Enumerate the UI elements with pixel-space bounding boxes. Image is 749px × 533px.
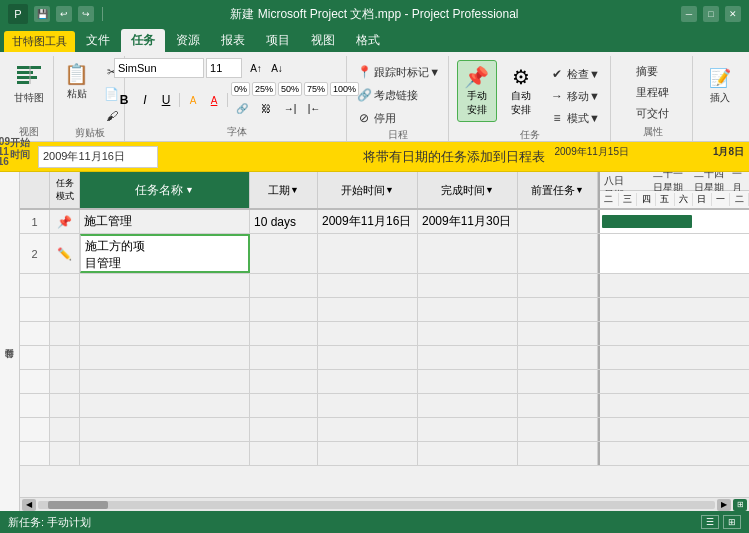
tab-resource[interactable]: 资源 bbox=[166, 29, 210, 52]
row-finish-2[interactable] bbox=[418, 234, 518, 273]
unlink-btn[interactable]: ⛓ bbox=[255, 98, 277, 118]
app-icon: P bbox=[8, 4, 28, 24]
notif-date-value: 2009年11月16日 bbox=[43, 149, 125, 164]
manual-icon: 📌 bbox=[464, 65, 489, 89]
scroll-thumb[interactable] bbox=[48, 501, 108, 509]
pct-50-btn[interactable]: 50% bbox=[278, 82, 302, 96]
title-bar-left: P 💾 ↩ ↪ bbox=[8, 4, 105, 24]
row-side-labels: 甘特图 bbox=[0, 172, 20, 511]
close-btn[interactable]: ✕ bbox=[725, 6, 741, 22]
font-name-input[interactable] bbox=[114, 58, 204, 78]
font-size-input[interactable] bbox=[206, 58, 242, 78]
tab-report[interactable]: 报表 bbox=[211, 29, 255, 52]
minimize-btn[interactable]: ─ bbox=[681, 6, 697, 22]
main-area: 甘特图 任务 模式 任务名称 ▼ 工期 ▼ 开始时间 ▼ 完成时间 ▼ bbox=[0, 172, 749, 511]
status-bar: 新任务: 手动计划 ☰ ⊞ bbox=[0, 511, 749, 533]
deactivate-btn[interactable]: ⊘ 停用 bbox=[352, 108, 400, 128]
insert-task-btn[interactable]: 📝 插入 bbox=[698, 62, 742, 106]
insert-task-label: 插入 bbox=[710, 92, 730, 104]
bg-color-btn[interactable]: A bbox=[183, 90, 203, 110]
manual-schedule-btn[interactable]: 📌 手动安排 bbox=[457, 60, 497, 122]
col-header-duration[interactable]: 工期 ▼ bbox=[250, 172, 318, 208]
row-icon-2: ✏️ bbox=[50, 234, 80, 273]
auto-label: 自动安排 bbox=[508, 89, 534, 117]
row-start-2[interactable] bbox=[318, 234, 418, 273]
font-group-label: 字体 bbox=[227, 125, 247, 141]
row-name-2[interactable]: 施工方的项目管理 bbox=[80, 234, 250, 273]
maximize-btn[interactable]: □ bbox=[703, 6, 719, 22]
duration-sort-arrow: ▼ bbox=[290, 185, 299, 195]
table-row: 2 ✏️ 施工方的项目管理 bbox=[20, 234, 749, 274]
row-pred-1[interactable] bbox=[518, 210, 598, 233]
consider-links-btn[interactable]: 🔗 考虑链接 bbox=[352, 85, 422, 105]
tab-format[interactable]: 格式 bbox=[346, 29, 390, 52]
increase-font-btn[interactable]: A↑ bbox=[246, 58, 266, 78]
col-header-start[interactable]: 开始时间 ▼ bbox=[318, 172, 418, 208]
auto-schedule-btn[interactable]: ⚙ 自动安排 bbox=[501, 60, 541, 122]
bold-btn[interactable]: B bbox=[114, 90, 134, 110]
scroll-right-btn[interactable]: ▶ bbox=[717, 499, 731, 511]
pct-0-btn[interactable]: 0% bbox=[231, 82, 250, 96]
save-icon[interactable]: 💾 bbox=[34, 6, 50, 22]
indent-btn[interactable]: →| bbox=[279, 98, 301, 118]
decrease-font-btn[interactable]: A↓ bbox=[267, 58, 287, 78]
undo-icon[interactable]: ↩ bbox=[56, 6, 72, 22]
row-pred-2[interactable] bbox=[518, 234, 598, 273]
track-mark-icon: 📍 bbox=[356, 64, 372, 80]
gantt-day-row: 1月8日 2009年11月15日 二 三 四 五 六 日 一 二 bbox=[600, 191, 749, 208]
mode-btn[interactable]: ≡ 模式▼ bbox=[545, 108, 604, 128]
row-start-1[interactable]: 2009年11月16日 bbox=[318, 210, 418, 233]
underline-btn[interactable]: U bbox=[156, 90, 176, 110]
col-header-finish[interactable]: 完成时间 ▼ bbox=[418, 172, 518, 208]
row-dur-2[interactable] bbox=[250, 234, 318, 273]
gantt-row-1 bbox=[598, 210, 749, 233]
expand-btn[interactable]: ⊞ bbox=[733, 499, 747, 511]
gantt-view-btn[interactable]: 甘特图 bbox=[9, 58, 49, 106]
scroll-track[interactable] bbox=[38, 501, 715, 509]
italic-btn[interactable]: I bbox=[135, 90, 155, 110]
row-finish-1[interactable]: 2009年11月30日 bbox=[418, 210, 518, 233]
gantt-icon bbox=[13, 60, 45, 92]
font-color-btn[interactable]: A bbox=[204, 90, 224, 110]
move-btn[interactable]: → 移动▼ bbox=[545, 86, 604, 106]
deliverable-btn[interactable]: 可交付 bbox=[632, 104, 673, 123]
paste-btn[interactable]: 📋 粘贴 bbox=[57, 58, 97, 102]
link-btn[interactable]: 🔗 bbox=[231, 98, 253, 118]
row-num-2: 2 bbox=[20, 234, 50, 273]
finish-sort-arrow: ▼ bbox=[485, 185, 494, 195]
pct-25-btn[interactable]: 25% bbox=[252, 82, 276, 96]
ribbon-tabs: 甘特图工具 文件 任务 资源 报表 项目 视图 格式 bbox=[0, 28, 749, 52]
tab-task[interactable]: 任务 bbox=[121, 29, 165, 52]
ribbon-group-schedule: 📍 跟踪时标记▼ 🔗 考虑链接 ⊘ 停用 日程 bbox=[349, 56, 449, 141]
manual-label: 手动安排 bbox=[464, 89, 490, 117]
view-btn-1[interactable]: ☰ bbox=[701, 515, 719, 529]
row-name-1[interactable]: 施工管理 bbox=[80, 210, 250, 233]
col-header-num bbox=[20, 172, 50, 208]
tab-file[interactable]: 文件 bbox=[76, 29, 120, 52]
row-icon-1: 📌 bbox=[50, 210, 80, 233]
horizontal-scrollbar[interactable]: ◀ ▶ ⊞ bbox=[20, 497, 749, 511]
redo-icon[interactable]: ↪ bbox=[78, 6, 94, 22]
col-header-name[interactable]: 任务名称 ▼ bbox=[80, 172, 250, 208]
milestone-btn[interactable]: 里程碑 bbox=[632, 83, 673, 102]
track-mark-btn[interactable]: 📍 跟踪时标记▼ bbox=[352, 62, 444, 82]
tab-view[interactable]: 视图 bbox=[301, 29, 345, 52]
gantt-header: 十一月十八日星期三 十一月二十一日星期六 十一月二十四日星期二 十一月二 1月8… bbox=[598, 172, 749, 208]
outdent-btn[interactable]: |← bbox=[303, 98, 325, 118]
notif-label-vertical: 开始时间 2009年11月16日 bbox=[10, 137, 30, 177]
tab-project[interactable]: 项目 bbox=[256, 29, 300, 52]
tab-gantt-tools[interactable]: 甘特图工具 bbox=[4, 31, 75, 52]
check-btn[interactable]: ✔ 检查▼ bbox=[545, 64, 604, 84]
gantt-btn-label: 甘特图 bbox=[14, 92, 44, 104]
scroll-left-btn[interactable]: ◀ bbox=[22, 499, 36, 511]
summary-btn[interactable]: 摘要 bbox=[632, 62, 662, 81]
table-row: 1 📌 施工管理 10 days 2009年11月16日 2009年11月30日 bbox=[20, 210, 749, 234]
col-header-pred[interactable]: 前置任务 ▼ bbox=[518, 172, 598, 208]
deactivate-icon: ⊘ bbox=[356, 110, 372, 126]
ribbon-group-view: 甘特图 视图 bbox=[4, 56, 54, 141]
pct-75-btn[interactable]: 75% bbox=[304, 82, 328, 96]
empty-row-9 bbox=[20, 418, 749, 442]
view-btn-2[interactable]: ⊞ bbox=[723, 515, 741, 529]
window-controls: ─ □ ✕ bbox=[681, 6, 741, 22]
row-dur-1[interactable]: 10 days bbox=[250, 210, 318, 233]
